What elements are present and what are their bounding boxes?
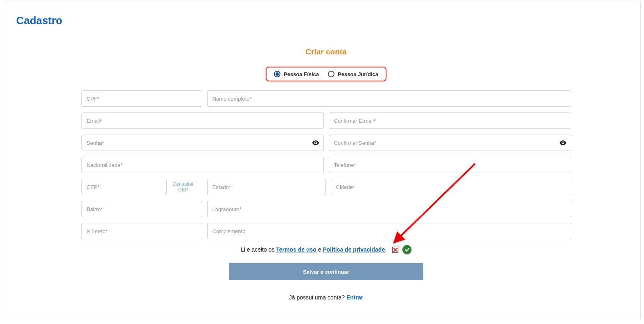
login-prompt: Já possui uma conta? Entrar [81, 294, 571, 301]
cep-field[interactable] [81, 179, 167, 195]
cidade-field[interactable] [331, 179, 571, 195]
radio-label: Pessoa Física [284, 71, 319, 77]
terms-prefix: Li e aceito os [241, 246, 276, 253]
eye-icon[interactable] [559, 139, 567, 147]
bairro-field[interactable] [81, 201, 202, 217]
confirm-email-field[interactable] [329, 112, 571, 129]
confirm-senha-field[interactable] [329, 135, 571, 151]
radio-label: Pessoa Jurídica [338, 71, 378, 77]
terms-checkbox[interactable] [392, 247, 398, 253]
termos-link[interactable]: Termos de uso [276, 246, 316, 253]
nome-field[interactable] [207, 90, 571, 107]
numero-field[interactable] [81, 223, 202, 239]
account-type-selector: Pessoa Física Pessoa Jurídica [266, 67, 386, 81]
senha-field[interactable] [81, 135, 324, 151]
cpf-field[interactable] [81, 90, 202, 107]
radio-pessoa-juridica[interactable]: Pessoa Jurídica [328, 71, 378, 77]
salvar-continuar-button[interactable]: Salvar e continuar [229, 263, 423, 280]
check-circle-icon [402, 245, 411, 254]
registration-form: Criar conta Pessoa Física Pessoa Jurídic… [81, 47, 571, 301]
complemento-field[interactable] [207, 223, 571, 239]
terms-suffix: . [385, 246, 386, 253]
logradouro-field[interactable] [207, 201, 571, 217]
nacionalidade-field[interactable] [81, 157, 324, 173]
consultar-cep-link[interactable]: Consultar CEP [169, 179, 198, 193]
entrar-link[interactable]: Entrar [346, 294, 363, 301]
radio-unselected-icon [328, 71, 334, 77]
radio-selected-icon [274, 71, 280, 77]
radio-pessoa-fisica[interactable]: Pessoa Física [274, 71, 319, 77]
terms-middle: e [316, 246, 323, 253]
eye-icon[interactable] [312, 139, 320, 147]
section-title: Criar conta [81, 47, 571, 56]
login-prompt-text: Já possui uma conta? [289, 294, 346, 301]
politica-link[interactable]: Política de privacidade [323, 246, 385, 253]
page-title: Cadastro [16, 14, 636, 27]
telefone-field[interactable] [329, 157, 571, 173]
email-field[interactable] [81, 112, 324, 129]
terms-row: Li e aceito os Termos de uso e Política … [81, 245, 571, 254]
estado-field[interactable] [207, 179, 326, 195]
